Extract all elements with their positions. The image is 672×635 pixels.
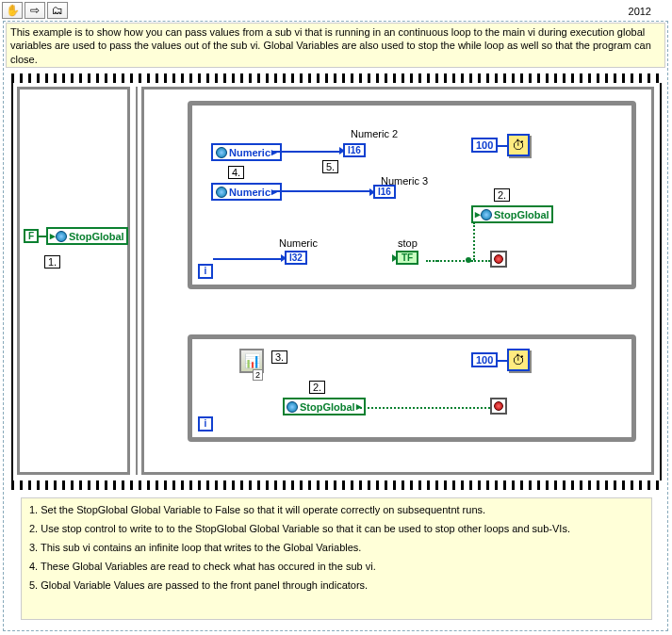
stopglobal-read-1: ▸StopGlobal	[471, 205, 553, 223]
callout-4: 4.	[228, 166, 244, 179]
description-comment: This example is to show how you can pass…	[6, 23, 665, 68]
year-label: 2012	[629, 6, 651, 17]
wire	[360, 407, 490, 409]
wire	[473, 222, 475, 260]
i16-indicator-2: I16	[373, 185, 396, 199]
i32-indicator: I32	[285, 251, 307, 265]
notes-comment: 1. Set the StopGlobal Global Variable to…	[21, 497, 652, 620]
while-loop-1: Numeric 2 Numeric I16 4. 5. Numeric 3 Nu…	[188, 101, 636, 289]
wire	[213, 258, 281, 260]
wire	[498, 360, 507, 362]
hand-tool[interactable]: ✋	[2, 2, 23, 19]
callout-1: 1.	[44, 255, 60, 269]
i16-indicator-1: I16	[343, 143, 366, 157]
wire	[271, 151, 339, 153]
sequence-frame-1: F ▸StopGlobal 1.	[17, 87, 130, 475]
sequence-frame-2: Numeric 2 Numeric I16 4. 5. Numeric 3 Nu…	[141, 87, 654, 475]
wire	[498, 145, 507, 147]
stop-label: stop	[398, 237, 418, 249]
stopglobal-write: ▸StopGlobal	[46, 227, 128, 245]
wait-timer-2: ⏱	[507, 349, 530, 371]
stopglobal-read-2: StopGlobal	[283, 398, 366, 415]
stop-tf: TF	[396, 251, 418, 265]
note-5: 5. Global Variable Values are passed to …	[29, 579, 644, 591]
wire	[426, 260, 437, 262]
arrow-tool[interactable]: ⇨	[25, 2, 45, 19]
numeric-label: Numeric	[279, 237, 318, 249]
wire	[271, 190, 369, 192]
misc-tool[interactable]: 🗂	[47, 2, 68, 19]
const-100-2: 100	[471, 352, 498, 367]
loop-stop-1[interactable]	[490, 251, 507, 268]
callout-2-bot: 2.	[309, 381, 325, 394]
iteration-terminal-2: i	[198, 416, 213, 431]
callout-5: 5.	[322, 160, 338, 173]
wire	[37, 236, 46, 237]
note-2: 2. Use stop control to write to to the S…	[29, 523, 644, 534]
subvi-index: 2	[253, 369, 263, 381]
note-3: 3. This sub vi contains an infinite loop…	[29, 542, 644, 553]
iteration-terminal-1: i	[198, 264, 213, 279]
loop-stop-2[interactable]	[490, 398, 507, 415]
toolbar: ✋ ⇨ 🗂	[2, 2, 68, 19]
numeric2-label: Numeric 2	[351, 128, 398, 139]
sequence-structure: F ▸StopGlobal 1. Numeric 2 Numeric I16 4…	[11, 73, 662, 490]
wire	[471, 260, 490, 262]
note-4: 4. These Global Variables are read to ch…	[29, 561, 644, 572]
callout-2-top: 2.	[494, 188, 510, 202]
const-100-1: 100	[471, 138, 498, 153]
note-1: 1. Set the StopGlobal Global Variable to…	[29, 504, 644, 515]
wait-timer-1: ⏱	[507, 134, 530, 156]
callout-3: 3.	[271, 350, 287, 364]
while-loop-2: 📊 2 3. 100 ⏱ 2. StopGlobal i	[188, 334, 636, 442]
